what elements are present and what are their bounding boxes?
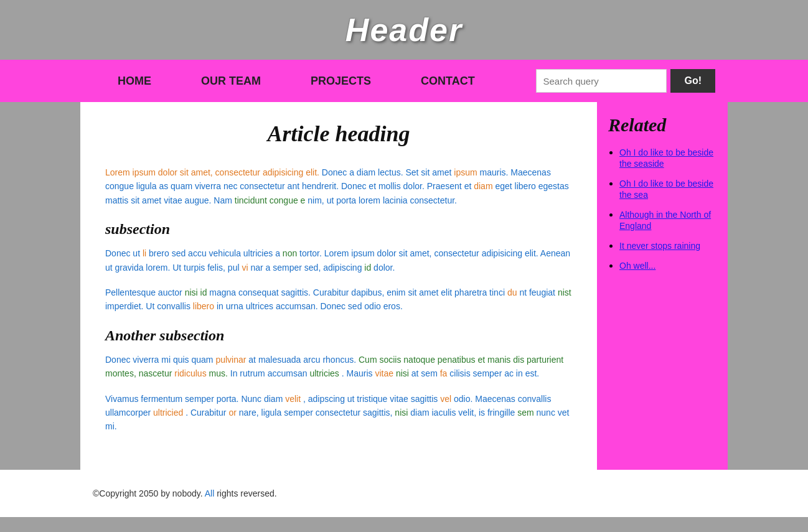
sidebar-list-item: Oh well... [619,260,716,271]
nav-item-home[interactable]: HOME [93,75,176,88]
footer-text: ©Copyright 2050 by nobody. All rights re… [93,488,277,498]
sidebar-link-1[interactable]: Oh I do like to be beside the seaside [619,147,713,169]
sidebar-link-4[interactable]: It never stops raining [619,241,700,251]
sidebar-list-item: Oh I do like to be beside the seaside [619,147,716,169]
subsection2-p2: Vivamus fermentum semper porta. Nunc dia… [105,392,572,434]
nav-links: HOME OUR TEAM PROJECTS CONTACT [93,75,536,88]
subsection2-p1: Donec viverra mi quis quam pulvinar at m… [105,353,572,381]
search-button[interactable]: Go! [670,69,715,93]
site-footer: ©Copyright 2050 by nobody. All rights re… [80,470,728,517]
subsection1-p2: Pellentesque auctor nisi id magna conseq… [105,286,572,314]
main-nav: HOME OUR TEAM PROJECTS CONTACT Go! [80,60,728,102]
nav-search: Go! [536,69,715,93]
sidebar-heading: Related [608,114,716,136]
site-title: Header [0,11,808,49]
search-input[interactable] [536,69,667,93]
article-intro: Lorem ipsum dolor sit amet, consectetur … [105,166,572,207]
sidebar-link-5[interactable]: Oh well... [619,261,655,271]
sidebar-link-3[interactable]: Although in the North of England [619,210,711,231]
content-area: Article heading Lorem ipsum dolor sit am… [80,102,728,470]
subsection1-p1: Donec ut li brero sed accu vehicula ultr… [105,246,572,274]
sidebar-link-list: Oh I do like to be beside the seaside Oh… [608,147,716,271]
subsection2-heading: Another subsection [105,327,572,344]
sidebar-list-item: Oh I do like to be beside the sea [619,178,716,200]
sidebar-list-item: Although in the North of England [619,209,716,231]
subsection1-heading: subsection [105,221,572,238]
nav-item-projects[interactable]: PROJECTS [286,75,396,88]
nav-item-our-team[interactable]: OUR TEAM [176,75,286,88]
sidebar: Related Oh I do like to be beside the se… [597,102,728,470]
sidebar-link-2[interactable]: Oh I do like to be beside the sea [619,179,713,200]
main-article: Article heading Lorem ipsum dolor sit am… [80,102,597,470]
site-header: Header [0,0,808,60]
article-heading: Article heading [105,121,572,147]
nav-item-contact[interactable]: CONTACT [396,75,500,88]
sidebar-list-item: It never stops raining [619,240,716,251]
